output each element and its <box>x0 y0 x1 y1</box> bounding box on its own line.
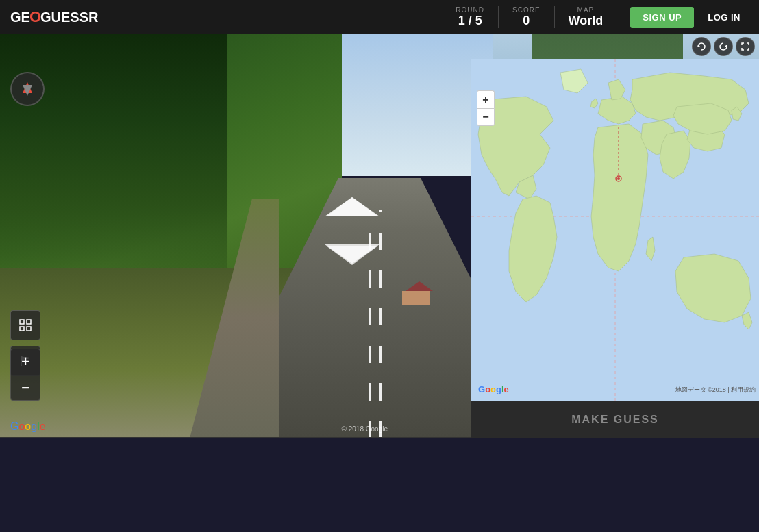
expand-button[interactable] <box>10 310 40 340</box>
svg-rect-4 <box>20 327 24 331</box>
make-guess-button[interactable]: MAKE GUESS <box>471 401 759 438</box>
round-value: 1 / 5 <box>456 14 484 29</box>
signup-button[interactable]: SIGN UP <box>630 7 694 28</box>
svg-marker-1 <box>326 246 378 265</box>
google-g2-icon: g <box>31 420 37 432</box>
nav-back-button[interactable] <box>325 244 380 265</box>
world-map-svg <box>471 59 759 401</box>
login-button[interactable]: LOG IN <box>699 7 749 28</box>
google-o2-icon: o <box>25 420 31 432</box>
map-g2-icon: g <box>496 384 501 394</box>
svg-rect-3 <box>27 320 31 324</box>
zoom-in-button[interactable]: + <box>10 349 40 375</box>
streetview-controls <box>10 72 45 376</box>
reset-icon <box>697 42 706 51</box>
svg-rect-2 <box>20 320 24 324</box>
map-zoom-out-button[interactable]: − <box>477 108 495 126</box>
house <box>402 281 436 305</box>
map-label: MAP <box>569 6 604 14</box>
score-value: 0 <box>512 14 540 29</box>
bottom-area <box>0 438 759 532</box>
score-label: SCORE <box>512 6 540 14</box>
logo-geo: GE <box>10 10 30 25</box>
google-e-icon: e <box>40 420 46 432</box>
compass-south <box>23 85 32 96</box>
zoom-controls: + − <box>10 349 40 401</box>
house-body <box>402 291 430 305</box>
logo-guessr: GUESSR <box>40 10 98 25</box>
compass-icon <box>21 82 34 96</box>
map-zoom-in-button[interactable]: + <box>477 90 495 108</box>
header-stats: ROUND 1 / 5 SCORE 0 MAP World <box>442 6 617 29</box>
round-label: ROUND <box>456 6 484 14</box>
map-copyright: 地図データ ©2018 | 利用規約 <box>675 385 756 394</box>
svg-marker-0 <box>326 197 378 216</box>
svg-rect-5 <box>27 327 31 331</box>
compass-button[interactable] <box>10 72 45 106</box>
map-stat: MAP World <box>555 6 617 29</box>
map-e-icon: e <box>504 384 509 394</box>
map-zoom-controls: + − <box>477 90 495 126</box>
logo-pin-icon: O <box>29 8 41 26</box>
fullscreen-icon <box>741 42 750 51</box>
house-roof <box>406 281 433 291</box>
map-reset-button[interactable] <box>692 37 711 56</box>
map-rotate-button[interactable] <box>714 37 733 56</box>
google-g-icon: G <box>10 420 18 432</box>
map-o1-icon: o <box>485 384 490 394</box>
rotate-icon <box>719 42 728 51</box>
svg-point-14 <box>617 177 620 180</box>
nav-forward-button[interactable] <box>325 196 380 216</box>
map-panel: + − Google 地図データ ©2018 | 利用規約 MAKE GUESS <box>471 34 759 438</box>
map-container[interactable]: + − Google 地図データ ©2018 | 利用規約 <box>471 59 759 401</box>
map-controls-row <box>471 34 759 59</box>
header: GE O GUESSR ROUND 1 / 5 SCORE 0 MAP Worl… <box>0 0 759 34</box>
expand-icon <box>18 318 32 332</box>
logo: GE O GUESSR <box>10 8 99 26</box>
svg-marker-9 <box>725 45 727 47</box>
map-value: World <box>569 14 604 29</box>
map-google-logo: Google <box>478 384 509 394</box>
map-o2-icon: o <box>490 384 496 394</box>
map-expand-button[interactable] <box>736 37 755 56</box>
score-stat: SCORE 0 <box>499 6 555 29</box>
google-watermark: Google <box>10 420 46 433</box>
round-stat: ROUND 1 / 5 <box>442 6 499 29</box>
streetview-copyright: © 2018 Google <box>342 425 388 433</box>
map-g-icon: G <box>478 384 485 394</box>
zoom-out-button[interactable]: − <box>10 375 40 401</box>
